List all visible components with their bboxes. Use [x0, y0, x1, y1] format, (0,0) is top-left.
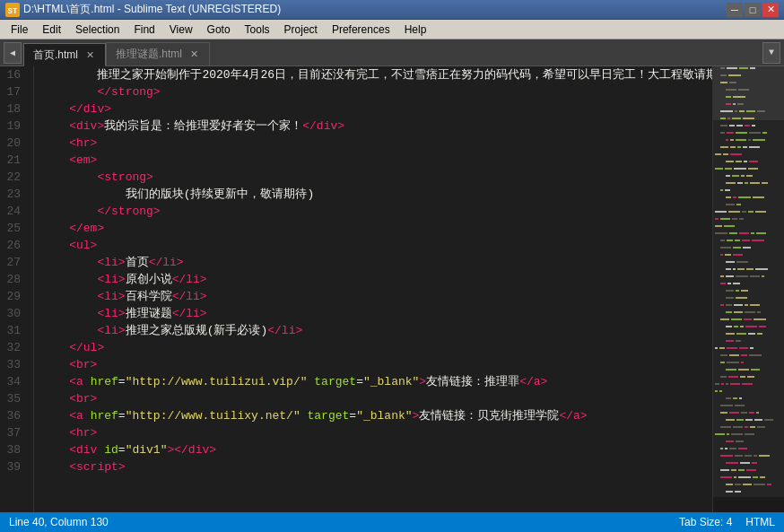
line-number: 19 — [0, 118, 26, 135]
minimap-highlight — [713, 66, 784, 120]
menu-edit[interactable]: Edit — [35, 20, 68, 39]
line-number: 33 — [0, 356, 26, 373]
code-segment-chinese: 推理谜题 — [126, 305, 172, 322]
close-button[interactable]: ✕ — [762, 3, 779, 17]
tab-puzzle-close[interactable]: ✕ — [187, 48, 200, 61]
code-segment-attr: target — [308, 407, 350, 424]
code-segment-tag: <li> — [97, 322, 125, 339]
code-segment-chinese: 首页 — [126, 254, 149, 271]
line-number: 29 — [0, 288, 26, 305]
code-line: <hr> — [41, 135, 712, 152]
code-segment-tag: <br> — [69, 390, 97, 407]
window-title: D:\HTML\首页.html - Sublime Text (UNREGIST… — [23, 2, 281, 17]
code-segment-text — [308, 373, 315, 390]
window-controls: ─ □ ✕ — [727, 3, 779, 17]
code-line: <li>百科学院</li> — [41, 288, 712, 305]
code-segment-indent — [41, 441, 69, 458]
menu-project[interactable]: Project — [277, 20, 325, 39]
minimap-canvas — [713, 66, 784, 497]
code-line: <li>首页</li> — [41, 254, 712, 271]
menu-preferences[interactable]: Preferences — [325, 20, 397, 39]
code-segment-attr: href — [91, 407, 118, 424]
code-segment-tag: <div> — [69, 118, 104, 135]
code-segment-text — [301, 407, 308, 424]
menu-selection[interactable]: Selection — [68, 20, 126, 39]
line-number: 27 — [0, 254, 26, 271]
cursor-position: Line 40, Column 130 — [9, 516, 109, 528]
code-line: <em> — [41, 152, 712, 169]
line-number: 24 — [0, 203, 26, 220]
code-segment-indent — [41, 203, 97, 220]
code-segment-tag: <li> — [97, 271, 125, 288]
code-segment-chinese: 原创小说 — [126, 271, 172, 288]
tab-bar: ◀ 首页.html ✕ 推理谜题.html ✕ ▼ — [0, 39, 784, 66]
code-segment-chinese: 友情链接：推理罪 — [426, 373, 519, 390]
code-segment-text: = — [349, 407, 356, 424]
code-segment-tag: </li> — [172, 305, 207, 322]
code-segment-text: = — [118, 441, 126, 458]
minimap[interactable] — [712, 66, 784, 512]
code-line: <script> — [41, 458, 712, 475]
line-number: 34 — [0, 373, 26, 390]
app-icon: ST — [5, 3, 20, 17]
code-line: </strong> — [41, 83, 712, 100]
code-segment-indent — [41, 254, 97, 271]
menu-view[interactable]: View — [162, 20, 200, 39]
code-editor[interactable]: 推理之家开始制作于2020年4月26日，目前还没有完工，不过雪痞正在努力的码代码… — [34, 66, 712, 512]
menu-help[interactable]: Help — [397, 20, 434, 39]
tab-homepage[interactable]: 首页.html ✕ — [23, 43, 106, 66]
code-line: <br> — [41, 390, 712, 407]
code-segment-chinese: 友情链接：贝克街推理学院 — [419, 407, 559, 424]
tab-homepage-close[interactable]: ✕ — [83, 48, 96, 61]
code-segment-tag: </li> — [267, 322, 302, 339]
code-segment-chinese: 我的宗旨是：给推理爱好者安一个家！ — [104, 118, 302, 135]
menu-file[interactable]: File — [4, 20, 35, 39]
code-line: </ul> — [41, 339, 712, 356]
line-number: 35 — [0, 390, 26, 407]
menu-find[interactable]: Find — [126, 20, 161, 39]
code-segment-tag: </a> — [519, 373, 547, 390]
line-number: 21 — [0, 152, 26, 169]
code-segment-indent — [41, 305, 97, 322]
code-segment-indent — [41, 220, 69, 237]
line-number: 30 — [0, 305, 26, 322]
line-number: 39 — [0, 458, 26, 475]
tab-puzzle[interactable]: 推理谜题.html ✕ — [106, 42, 210, 65]
code-segment-tag: <hr> — [69, 424, 97, 441]
menu-goto[interactable]: Goto — [200, 20, 238, 39]
code-segment-indent — [41, 288, 97, 305]
syntax-language: HTML — [745, 516, 775, 528]
code-segment-tag: </li> — [149, 254, 184, 271]
code-segment-indent — [41, 356, 69, 373]
minimize-button[interactable]: ─ — [727, 3, 743, 17]
code-line: </div> — [41, 100, 712, 118]
line-number: 22 — [0, 169, 26, 186]
code-segment-tag: <script> — [69, 458, 125, 475]
line-number: 17 — [0, 83, 26, 100]
menu-bar: File Edit Selection Find View Goto Tools… — [0, 20, 784, 39]
code-segment-attr: target — [314, 373, 356, 390]
menu-tools[interactable]: Tools — [238, 20, 277, 39]
tab-homepage-label: 首页.html — [33, 48, 78, 63]
tab-overflow-button[interactable]: ▼ — [762, 42, 780, 64]
status-right: Tab Size: 4 HTML — [679, 516, 775, 528]
maximize-button[interactable]: □ — [745, 3, 761, 17]
code-segment-indent — [41, 271, 97, 288]
code-segment-tag: <strong> — [97, 169, 152, 186]
line-number: 38 — [0, 441, 26, 458]
code-segment-indent — [41, 407, 69, 424]
tab-size: Tab Size: 4 — [679, 516, 732, 528]
line-number-gutter: 1617181920212223242526272829303132333435… — [0, 66, 34, 512]
code-segment-str: "http://www.tuilizui.vip/" — [126, 373, 308, 390]
code-line: 推理之家开始制作于2020年4月26日，目前还没有完工，不过雪痞正在努力的码代码… — [41, 66, 712, 83]
tab-nav-left[interactable]: ◀ — [4, 42, 22, 64]
code-segment-indent — [41, 186, 126, 203]
code-segment-str: "_blank" — [363, 373, 419, 390]
code-segment-tag: ></div> — [167, 441, 216, 458]
code-line: <hr> — [41, 424, 712, 441]
code-segment-tag: <li> — [97, 254, 125, 271]
line-number: 36 — [0, 407, 26, 424]
code-segment-str: "_blank" — [356, 407, 412, 424]
code-segment-chinese: 推理之家开始制作于2020年4月26日，目前还没有完工，不过雪痞正在努力的码代码… — [97, 66, 712, 83]
code-segment-tag: </li> — [172, 288, 207, 305]
